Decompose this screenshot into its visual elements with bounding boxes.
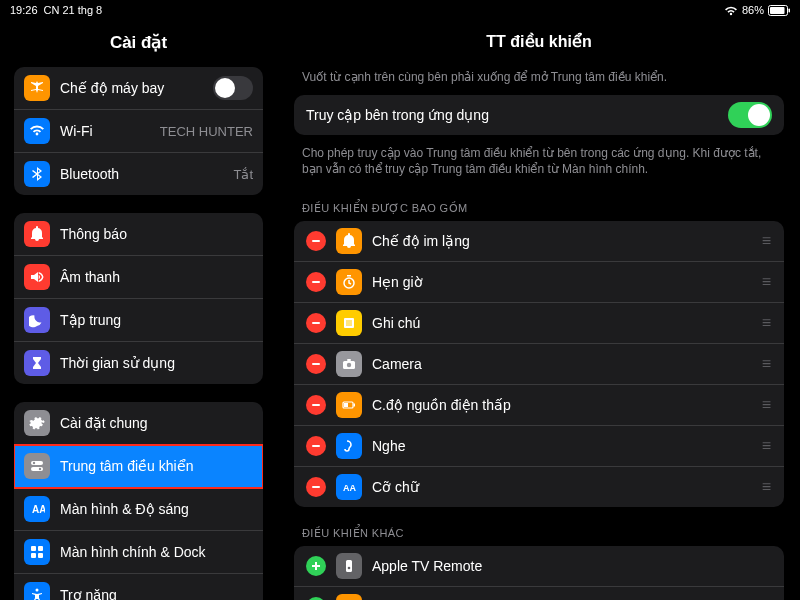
- battery-icon: [768, 4, 790, 17]
- textsize-icon: AA: [24, 496, 50, 522]
- svg-rect-38: [346, 560, 352, 572]
- included-row-silent[interactable]: Chế độ im lặng ≡: [294, 221, 784, 262]
- status-bar: 19:26 CN 21 thg 8 86%: [0, 0, 800, 20]
- bluetooth-value: Tắt: [233, 167, 253, 182]
- more-row-alarm[interactable]: Báo thức: [294, 587, 784, 600]
- included-row-notes[interactable]: Ghi chú ≡: [294, 303, 784, 344]
- sidebar-item-airplane[interactable]: Chế độ máy bay: [14, 67, 263, 110]
- svg-rect-3: [31, 461, 43, 465]
- sidebar-item-display[interactable]: AA Màn hình & Độ sáng: [14, 488, 263, 531]
- in-app-access-row[interactable]: Truy cập bên trong ứng dụng: [294, 95, 784, 135]
- svg-rect-19: [312, 281, 320, 283]
- remove-icon[interactable]: [306, 395, 326, 415]
- svg-text:AA: AA: [343, 483, 356, 493]
- notes-icon: [336, 310, 362, 336]
- included-header: ĐIỀU KHIỂN ĐƯỢC BAO GỒM: [278, 188, 800, 221]
- more-row-appletv[interactable]: Apple TV Remote: [294, 546, 784, 587]
- svg-point-29: [347, 362, 351, 366]
- included-row-lowpower[interactable]: C.độ nguồn điện thấp ≡: [294, 385, 784, 426]
- included-controls: Chế độ im lặng ≡ Hẹn giờ ≡ Ghi chú ≡ Cam…: [294, 221, 784, 507]
- more-header: ĐIỀU KHIỂN KHÁC: [278, 513, 800, 546]
- timer-icon: [336, 269, 362, 295]
- bluetooth-label: Bluetooth: [60, 166, 227, 182]
- remove-icon[interactable]: [306, 477, 326, 497]
- svg-point-4: [33, 462, 35, 464]
- notes-label: Ghi chú: [372, 315, 762, 331]
- drag-handle[interactable]: ≡: [762, 273, 772, 291]
- accessibility-icon: [24, 582, 50, 600]
- remove-icon[interactable]: [306, 354, 326, 374]
- bell-icon: [24, 221, 50, 247]
- included-row-hearing[interactable]: Nghe ≡: [294, 426, 784, 467]
- gear-icon: [24, 410, 50, 436]
- svg-rect-36: [312, 486, 320, 488]
- sidebar-title: Cài đặt: [0, 24, 277, 67]
- drag-handle[interactable]: ≡: [762, 396, 772, 414]
- included-row-timer[interactable]: Hẹn giờ ≡: [294, 262, 784, 303]
- display-label: Màn hình & Độ sáng: [60, 501, 253, 517]
- airplane-label: Chế độ máy bay: [60, 80, 213, 96]
- sidebar-item-general[interactable]: Cài đặt chung: [14, 402, 263, 445]
- drag-handle[interactable]: ≡: [762, 355, 772, 373]
- wifi-icon: [24, 118, 50, 144]
- moon-icon: [24, 307, 50, 333]
- silent-label: Chế độ im lặng: [372, 233, 762, 249]
- remove-icon[interactable]: [306, 313, 326, 333]
- sidebar-group-connectivity: Chế độ máy bay Wi-Fi TECH HUNTER Bluetoo…: [14, 67, 263, 195]
- svg-rect-34: [354, 403, 356, 406]
- camera-label: Camera: [372, 356, 762, 372]
- sidebar-item-screentime[interactable]: Thời gian sử dụng: [14, 342, 263, 384]
- bell-off-icon: [336, 228, 362, 254]
- svg-rect-22: [312, 322, 320, 324]
- wifi-label: Wi-Fi: [60, 123, 154, 139]
- status-time: 19:26: [10, 4, 38, 16]
- speaker-icon: [24, 264, 50, 290]
- add-icon[interactable]: [306, 597, 326, 600]
- add-icon[interactable]: [306, 556, 326, 576]
- in-app-toggle[interactable]: [728, 102, 772, 128]
- svg-rect-10: [31, 553, 36, 558]
- sidebar-item-control-center[interactable]: Trung tâm điều khiển: [14, 445, 263, 488]
- svg-rect-21: [347, 275, 351, 277]
- battery-low-icon: [336, 392, 362, 418]
- in-app-info: Cho phép truy cập vào Trung tâm điều khi…: [278, 141, 800, 187]
- status-date: CN 21 thg 8: [44, 4, 103, 16]
- svg-rect-33: [344, 403, 348, 407]
- swipe-info: Vuốt từ cạnh trên cùng bên phải xuống để…: [278, 65, 800, 95]
- in-app-access-group: Truy cập bên trong ứng dụng: [294, 95, 784, 135]
- grid-icon: [24, 539, 50, 565]
- drag-handle[interactable]: ≡: [762, 232, 772, 250]
- remove-icon[interactable]: [306, 231, 326, 251]
- sidebar-group-general: Cài đặt chung Trung tâm điều khiển AA Mà…: [14, 402, 263, 600]
- switches-icon: [24, 453, 50, 479]
- svg-rect-11: [38, 553, 43, 558]
- svg-rect-8: [31, 546, 36, 551]
- drag-handle[interactable]: ≡: [762, 314, 772, 332]
- drag-handle[interactable]: ≡: [762, 478, 772, 496]
- airplane-icon: [24, 75, 50, 101]
- wifi-value: TECH HUNTER: [160, 124, 253, 139]
- remove-icon[interactable]: [306, 272, 326, 292]
- included-row-camera[interactable]: Camera ≡: [294, 344, 784, 385]
- textsize-icon: AA: [336, 474, 362, 500]
- svg-rect-18: [312, 240, 320, 242]
- sidebar-item-notifications[interactable]: Thông báo: [14, 213, 263, 256]
- svg-point-12: [36, 589, 39, 592]
- airplane-toggle[interactable]: [213, 76, 253, 100]
- drag-handle[interactable]: ≡: [762, 437, 772, 455]
- sidebar-item-sound[interactable]: Âm thanh: [14, 256, 263, 299]
- sidebar-item-wifi[interactable]: Wi-Fi TECH HUNTER: [14, 110, 263, 153]
- screentime-label: Thời gian sử dụng: [60, 355, 253, 371]
- ear-icon: [336, 433, 362, 459]
- included-row-textsize[interactable]: AA Cỡ chữ ≡: [294, 467, 784, 507]
- remove-icon[interactable]: [306, 436, 326, 456]
- hearing-label: Nghe: [372, 438, 762, 454]
- svg-rect-9: [38, 546, 43, 551]
- camera-icon: [336, 351, 362, 377]
- sidebar-item-bluetooth[interactable]: Bluetooth Tắt: [14, 153, 263, 195]
- notifications-label: Thông báo: [60, 226, 253, 242]
- sidebar-item-focus[interactable]: Tập trung: [14, 299, 263, 342]
- sidebar-item-accessibility[interactable]: Trợ năng: [14, 574, 263, 600]
- sidebar-item-homescreen[interactable]: Màn hình chính & Dock: [14, 531, 263, 574]
- hourglass-icon: [24, 350, 50, 376]
